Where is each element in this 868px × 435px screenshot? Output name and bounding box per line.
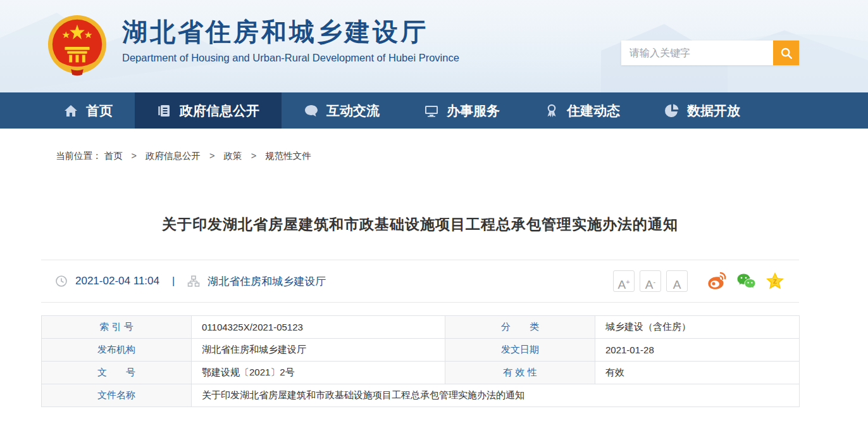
article-title: 关于印发湖北省房屋建筑和市政基础设施项目工程总承包管理实施办法的通知 — [41, 215, 799, 234]
breadcrumb-separator: > — [132, 151, 137, 161]
index-number-label: 索 引 号 — [42, 316, 192, 339]
search-button[interactable] — [773, 41, 799, 65]
nav-item-services[interactable]: 办事服务 — [402, 92, 522, 129]
table-row: 文 号 鄂建设规〔2021〕2号 有 效 性 有效 — [42, 362, 800, 384]
pie-chart-icon — [664, 103, 679, 118]
breadcrumb-item-gov-info[interactable]: 政府信息公开 — [146, 151, 201, 161]
nav-label: 政府信息公开 — [180, 102, 259, 120]
home-icon — [63, 103, 78, 118]
search-icon — [779, 46, 793, 60]
chat-bubble-icon — [304, 103, 319, 118]
font-reset-button[interactable]: A — [666, 270, 688, 292]
nav-label: 首页 — [86, 102, 113, 120]
meta-left: 2021-02-04 11:04 | 湖北省住房和城乡建设厅 — [55, 274, 326, 289]
nav-item-home[interactable]: 首页 — [41, 92, 135, 129]
breadcrumb-prefix: 当前位置： — [56, 151, 102, 161]
breadcrumb-separator: > — [251, 151, 256, 161]
medal-icon — [544, 103, 559, 118]
doc-number-value: 鄂建设规〔2021〕2号 — [192, 362, 445, 384]
table-row: 文件名称 关于印发湖北省房屋建筑和市政基础设施项目工程总承包管理实施办法的通知 — [42, 384, 800, 407]
doc-name-value: 关于印发湖北省房屋建筑和市政基础设施项目工程总承包管理实施办法的通知 — [192, 384, 800, 407]
meta-divider: | — [172, 275, 175, 287]
doc-number-label: 文 号 — [42, 362, 192, 384]
search-bar — [621, 41, 799, 65]
validity-value: 有效 — [595, 362, 800, 384]
svg-text:z: z — [773, 276, 778, 286]
nav-label: 数据开放 — [687, 102, 740, 120]
doc-name-label: 文件名称 — [42, 384, 192, 407]
qzone-icon[interactable]: z — [765, 271, 785, 291]
monitor-icon — [424, 103, 439, 118]
category-value: 城乡建设（含住房） — [595, 316, 800, 339]
breadcrumb-item-normative-docs[interactable]: 规范性文件 — [265, 151, 311, 161]
issue-date-label: 发文日期 — [445, 339, 595, 362]
nav-item-news[interactable]: 住建动态 — [522, 92, 642, 129]
font-decrease-button[interactable]: A- — [640, 270, 661, 292]
national-emblem-logo — [46, 14, 108, 77]
validity-label: 有 效 性 — [445, 362, 595, 384]
nav-item-interaction[interactable]: 互动交流 — [282, 92, 402, 129]
nav-label: 住建动态 — [567, 102, 620, 120]
weibo-icon[interactable] — [707, 271, 727, 291]
meta-right: A+ A- A z — [613, 270, 785, 292]
nav-label: 办事服务 — [447, 102, 500, 120]
breadcrumb: 当前位置： 首页 > 政府信息公开 > 政策 > 规范性文件 — [41, 150, 799, 162]
wechat-icon[interactable] — [736, 271, 756, 291]
search-input[interactable] — [621, 41, 773, 65]
main-nav: 首页 政府信息公开 互动交流 — [0, 92, 868, 129]
font-increase-button[interactable]: A+ — [613, 270, 635, 292]
article-meta-row: 2021-02-04 11:04 | 湖北省住房和城乡建设厅 A+ A- A — [41, 260, 799, 303]
brand-block: 湖北省住房和城乡建设厅 Department of Housing and Ur… — [122, 16, 459, 64]
site-title: 湖北省住房和城乡建设厅 — [122, 16, 459, 47]
table-row: 发布机构 湖北省住房和城乡建设厅 发文日期 2021-01-28 — [42, 339, 800, 362]
font-size-controls: A+ A- A — [613, 270, 688, 292]
publish-time: 2021-02-04 11:04 — [75, 275, 159, 287]
site-header: 湖北省住房和城乡建设厅 Department of Housing and Ur… — [0, 0, 868, 92]
nav-label: 互动交流 — [326, 102, 380, 120]
issue-date-value: 2021-01-28 — [595, 339, 800, 362]
nav-item-open-data[interactable]: 数据开放 — [642, 92, 762, 129]
breadcrumb-item-policy[interactable]: 政策 — [224, 151, 242, 161]
issuing-agency-label: 发布机构 — [42, 339, 192, 362]
nav-item-gov-info[interactable]: 政府信息公开 — [135, 92, 282, 129]
breadcrumb-item-home[interactable]: 首页 — [104, 151, 123, 161]
source-sitemap-icon — [187, 275, 200, 287]
category-label: 分 类 — [445, 316, 595, 339]
document-info-table: 索 引 号 01104325X/2021-05123 分 类 城乡建设（含住房）… — [41, 315, 800, 407]
site-subtitle: Department of Housing and Urban-Rural De… — [122, 52, 459, 64]
breadcrumb-separator: > — [209, 151, 214, 161]
issuing-agency-value: 湖北省住房和城乡建设厅 — [192, 339, 445, 362]
table-row: 索 引 号 01104325X/2021-05123 分 类 城乡建设（含住房） — [42, 316, 800, 339]
clock-icon — [55, 275, 68, 287]
document-icon — [157, 103, 172, 118]
index-number-value: 01104325X/2021-05123 — [192, 316, 445, 339]
article-source: 湖北省住房和城乡建设厅 — [208, 274, 326, 289]
page: 湖北省住房和城乡建设厅 Department of Housing and Ur… — [0, 0, 868, 435]
